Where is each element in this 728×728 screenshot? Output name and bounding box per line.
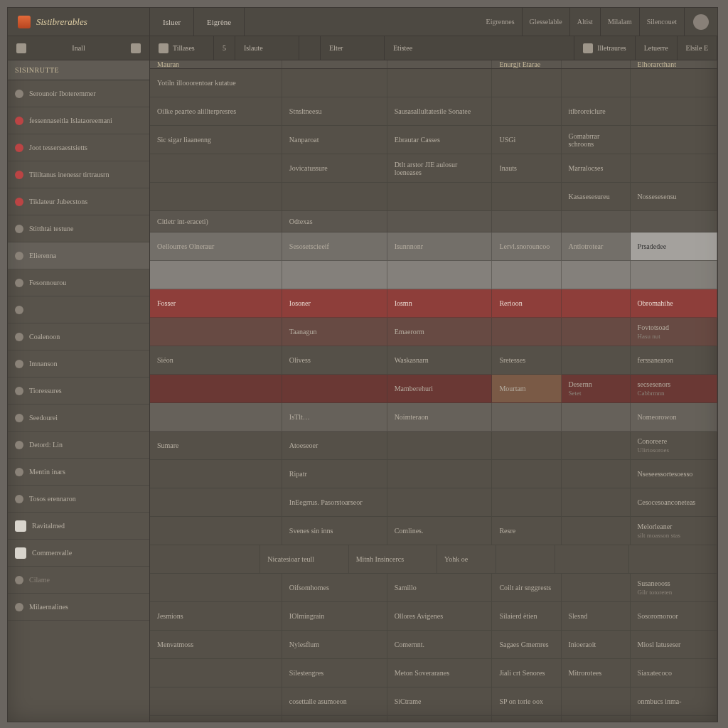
tb-home[interactable]: Inall — [8, 36, 150, 60]
cell[interactable]: Coilt air snggrests — [492, 574, 561, 601]
sidebar-item-11[interactable]: Tioressures — [8, 378, 149, 405]
cell[interactable] — [150, 318, 282, 346]
top-right-4[interactable]: Silencouet — [640, 8, 685, 36]
cell[interactable] — [387, 261, 493, 289]
user-avatar[interactable] — [693, 14, 709, 30]
cell[interactable]: Waskasnarn — [387, 346, 493, 374]
cell[interactable]: Rerioon — [492, 289, 561, 317]
cell[interactable]: Atoeseoer — [282, 432, 387, 459]
cell[interactable]: Mamberehuri — [387, 375, 493, 402]
top-right-0[interactable]: Eigrennes — [479, 8, 523, 36]
cell[interactable] — [629, 545, 717, 573]
table-row[interactable]: SumareAtoeseoerConoreereUlirtosoroes — [150, 432, 717, 460]
cell[interactable]: IOlmingrain — [282, 602, 387, 630]
cell[interactable] — [150, 659, 282, 687]
tb-r0[interactable]: Illetraures — [574, 36, 636, 60]
cell[interactable]: Marerees — [150, 716, 282, 722]
cell[interactable] — [387, 432, 493, 459]
cell[interactable]: Sic sigar liaanenng — [150, 126, 282, 154]
cell[interactable]: Siaxatecoco — [631, 659, 717, 687]
cell[interactable] — [562, 289, 631, 317]
tb-2[interactable]: Islaute — [235, 36, 299, 60]
cell[interactable]: Fosser — [150, 289, 282, 317]
cell[interactable] — [631, 126, 717, 154]
cell[interactable]: Obromahihe — [631, 289, 717, 317]
cell[interactable]: Taanagun — [282, 318, 387, 346]
cell[interactable]: Sosoromoroor — [631, 602, 717, 630]
cell[interactable] — [562, 403, 631, 431]
top-menu-1[interactable]: Eigrène — [194, 8, 245, 36]
cell[interactable]: Cictsereatte — [282, 716, 387, 722]
cell[interactable] — [150, 154, 282, 182]
cell[interactable]: Miosl latuseser — [631, 631, 717, 658]
table-row[interactable]: InEegrrus. PasorstoarseorCesocesoanconet… — [150, 488, 717, 517]
table-row[interactable]: IsTlt…NoimteraonNomeorowon — [150, 403, 717, 432]
cell[interactable]: Meton Soveraranes — [387, 659, 493, 687]
table-row[interactable]: SilestengresMeton SoveraranesJiali crt S… — [150, 659, 717, 687]
cell[interactable]: Ollores Avigenes — [387, 602, 493, 630]
table-row[interactable]: JesmionsIOlmingrainOllores AvigenesSilai… — [150, 602, 717, 631]
table-row[interactable] — [150, 261, 717, 289]
cell[interactable]: Slesnd — [562, 602, 631, 630]
cell[interactable]: Nicatesioar teull — [260, 545, 348, 573]
cell[interactable]: Isunnnonr — [387, 232, 493, 260]
cell[interactable]: itlbroreiclure — [562, 97, 631, 125]
tb-3[interactable]: Elter — [321, 36, 385, 60]
sidebar-item-0[interactable]: Serounoir Iboteremmer — [8, 80, 149, 107]
table-row[interactable]: KasasesesureuNossesesensu — [150, 183, 717, 211]
cell[interactable] — [562, 574, 631, 601]
cell[interactable]: SP on torie oox — [492, 687, 561, 715]
sidebar-item-8[interactable] — [8, 296, 149, 323]
cell[interactable]: Inauts — [492, 154, 561, 182]
cell[interactable]: Nanparoat — [282, 126, 387, 154]
sidebar-item-3[interactable]: Tililtanus inenessr tirtrausrn — [8, 161, 149, 188]
cell[interactable]: Noimteraon — [387, 403, 493, 431]
cell[interactable]: InEegrrus. Pasorstoarseor — [282, 488, 387, 516]
cell[interactable] — [492, 211, 561, 232]
table-row[interactable]: MamberehuriMourtamDesernnSetetsecsesenor… — [150, 375, 717, 403]
cell[interactable]: Siéon — [150, 346, 282, 374]
cell[interactable] — [492, 432, 561, 459]
cell[interactable]: Sumare — [150, 432, 282, 459]
cell[interactable] — [631, 154, 717, 182]
sidebar-item-16[interactable]: Ravitalmed — [8, 513, 149, 540]
cell[interactable] — [492, 488, 561, 516]
cell[interactable] — [387, 460, 493, 488]
cell[interactable]: Ebrautar Casses — [387, 126, 493, 154]
col-0[interactable]: Mauran — [150, 60, 282, 68]
sidebar-item-1[interactable]: fessennaseitla Islataoreemani — [8, 107, 149, 134]
cell[interactable]: Ripatr — [282, 460, 387, 488]
col-4[interactable] — [562, 60, 631, 68]
cell[interactable]: Olivess — [282, 346, 387, 374]
sidebar-item-7[interactable]: Fesonnourou — [8, 269, 149, 296]
sidebar-item-14[interactable]: Mentin inars — [8, 459, 149, 486]
table-row[interactable]: MenvatmossNylesflumComernnt.Sagaes Gmemr… — [150, 631, 717, 659]
sidebar-item-17[interactable]: Commenvalle — [8, 540, 149, 567]
cell[interactable] — [631, 97, 717, 125]
sidebar-item-6[interactable]: Elierenna — [8, 242, 149, 269]
tb-0[interactable]: Tillases — [150, 36, 214, 60]
cell[interactable] — [150, 687, 282, 715]
cell[interactable]: Oellourres Olneraur — [150, 232, 282, 260]
col-1[interactable] — [282, 60, 387, 68]
cell[interactable] — [492, 403, 561, 431]
cell[interactable]: Jiali crt Senores — [492, 659, 561, 687]
cell[interactable]: Iosmn — [387, 289, 493, 317]
cell[interactable]: Comlines. — [387, 517, 493, 545]
cell[interactable] — [387, 211, 493, 232]
cell[interactable] — [492, 261, 561, 289]
cell[interactable]: Samillo — [387, 574, 493, 601]
sidebar-item-9[interactable]: Coalenoon — [8, 323, 149, 350]
cell[interactable] — [150, 460, 282, 488]
cell[interactable] — [150, 574, 282, 601]
cell[interactable]: Melorleanersilt moasson stas — [631, 517, 717, 545]
col-3[interactable]: Enurgjt Etarae — [492, 60, 561, 68]
cell[interactable]: Sagaes Gmemres — [492, 631, 561, 658]
cell[interactable] — [150, 183, 282, 210]
table-row[interactable]: TaanagunEmaerormFovtotsoadHasu nut — [150, 318, 717, 346]
cell[interactable] — [150, 545, 260, 573]
top-right-3[interactable]: Milalam — [601, 8, 640, 36]
cell[interactable] — [562, 432, 631, 459]
sidebar-item-4[interactable]: Tiklateur Jubecstons — [8, 188, 149, 215]
cell[interactable]: Svenes sin inns — [282, 517, 387, 545]
